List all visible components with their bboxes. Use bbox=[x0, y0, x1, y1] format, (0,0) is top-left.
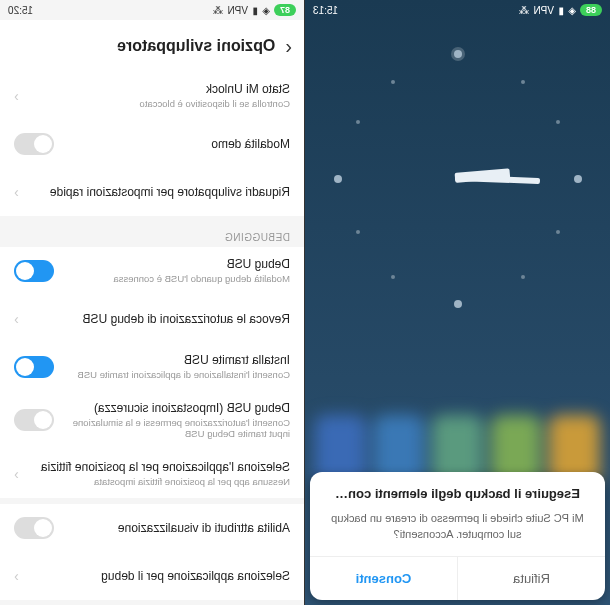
toggle-demo-mode[interactable] bbox=[14, 133, 54, 155]
toggle-usb-debug[interactable] bbox=[14, 260, 54, 282]
row-quick-tiles[interactable]: Riquadri sviluppatore per impostazioni r… bbox=[0, 168, 304, 216]
setting-sub: Controlla se il dispositivo è bloccato bbox=[29, 98, 290, 109]
setting-label: Riquadri sviluppatore per impostazioni r… bbox=[29, 185, 290, 199]
dialog-title: Eseguire il backup degli elementi con… bbox=[310, 486, 605, 511]
row-mock-location[interactable]: Seleziona l'applicazione per la posizion… bbox=[0, 450, 304, 498]
row-mi-unlock[interactable]: Stato Mi Unlock Controlla se il disposit… bbox=[0, 72, 304, 120]
toggle-view-attributes[interactable] bbox=[14, 517, 54, 539]
wifi-icon: ◈ bbox=[568, 5, 576, 16]
analog-clock bbox=[305, 20, 610, 410]
setting-sub: Modalità debug quando l'USB è connessa bbox=[64, 273, 290, 284]
signal-icon: ▮ bbox=[558, 5, 564, 16]
chevron-right-icon: › bbox=[14, 311, 19, 327]
toggle-usb-security[interactable] bbox=[14, 409, 54, 431]
status-time: 15:13 bbox=[313, 5, 338, 16]
setting-label: Seleziona applicazione per il debug bbox=[29, 569, 290, 583]
setting-sub: Nessuna app per la posizione fittizia im… bbox=[29, 476, 290, 487]
bluetooth-icon: ⁂ bbox=[519, 5, 529, 16]
row-install-usb[interactable]: Installa tramite USB Consenti l'installa… bbox=[0, 343, 304, 391]
page-title: Opzioni sviluppatore bbox=[117, 37, 275, 55]
developer-options-phone: 87 ◈ ▮ VPN ⁂ 15:20 ‹ Opzioni sviluppator… bbox=[0, 0, 305, 605]
vpn-icon: VPN bbox=[533, 5, 554, 16]
setting-label: Seleziona l'applicazione per la posizion… bbox=[29, 460, 290, 474]
chevron-right-icon: › bbox=[14, 88, 19, 104]
row-demo-mode[interactable]: Modalità demo bbox=[0, 120, 304, 168]
setting-label: Abilita attributi di visualizzazione bbox=[64, 521, 290, 535]
setting-label: Revoca le autorizzazioni di debug USB bbox=[29, 312, 290, 326]
settings-header: ‹ Opzioni sviluppatore bbox=[0, 20, 304, 72]
back-arrow-icon[interactable]: ‹ bbox=[285, 35, 292, 58]
status-bar: 87 ◈ ▮ VPN ⁂ 15:20 bbox=[0, 0, 304, 20]
wifi-icon: ◈ bbox=[262, 5, 270, 16]
row-usb-debug[interactable]: Debug USB Modalità debug quando l'USB è … bbox=[0, 247, 304, 295]
toggle-install-usb[interactable] bbox=[14, 356, 54, 378]
setting-sub: Consenti l'installazione di applicazioni… bbox=[64, 369, 290, 380]
setting-label: Installa tramite USB bbox=[64, 353, 290, 367]
row-select-debug-app[interactable]: Seleziona applicazione per il debug › bbox=[0, 552, 304, 600]
chevron-right-icon: › bbox=[14, 568, 19, 584]
setting-label: Debug USB bbox=[64, 257, 290, 271]
settings-list: Stato Mi Unlock Controlla se il disposit… bbox=[0, 72, 304, 600]
lock-screen-phone: 88 ◈ ▮ VPN ⁂ 15:13 Eseguire il backup de… bbox=[305, 0, 610, 605]
vpn-icon: VPN bbox=[227, 5, 248, 16]
setting-label: Debug USB (Impostazioni sicurezza) bbox=[64, 401, 290, 415]
battery-indicator: 87 bbox=[274, 4, 296, 16]
setting-label: Stato Mi Unlock bbox=[29, 82, 290, 96]
dialog-body: Mi PC Suite chiede il permesso di creare… bbox=[310, 511, 605, 556]
chevron-right-icon: › bbox=[14, 184, 19, 200]
battery-indicator: 88 bbox=[580, 4, 602, 16]
deny-button[interactable]: Rifiuta bbox=[457, 557, 605, 600]
section-header-debugging: DEBUGGING bbox=[0, 222, 304, 247]
setting-label: Modalità demo bbox=[64, 137, 290, 151]
row-usb-security[interactable]: Debug USB (Impostazioni sicurezza) Conse… bbox=[0, 391, 304, 450]
status-bar: 88 ◈ ▮ VPN ⁂ 15:13 bbox=[305, 0, 610, 20]
setting-sub: Consenti l'autorizzazione permessi e la … bbox=[64, 417, 290, 440]
signal-icon: ▮ bbox=[252, 5, 258, 16]
allow-button[interactable]: Consenti bbox=[310, 557, 457, 600]
backup-permission-dialog: Eseguire il backup degli elementi con… M… bbox=[310, 472, 605, 600]
bluetooth-icon: ⁂ bbox=[213, 5, 223, 16]
status-time: 15:20 bbox=[8, 5, 33, 16]
chevron-right-icon: › bbox=[14, 466, 19, 482]
row-view-attributes[interactable]: Abilita attributi di visualizzazione bbox=[0, 504, 304, 552]
row-revoke-auth[interactable]: Revoca le autorizzazioni di debug USB › bbox=[0, 295, 304, 343]
